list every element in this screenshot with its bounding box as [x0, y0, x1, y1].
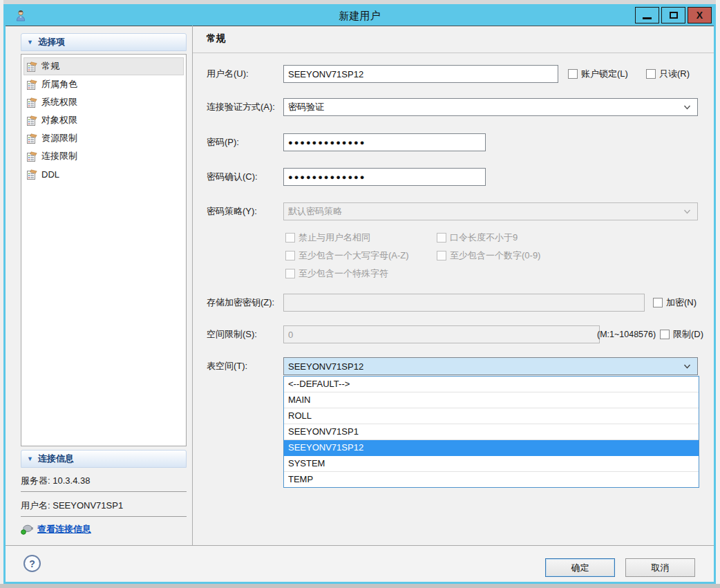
selection-group-header[interactable]: ▼ 选择项	[21, 33, 187, 51]
chevron-down-icon	[683, 209, 691, 214]
divider	[21, 516, 187, 517]
form-page-icon	[27, 169, 37, 180]
password-label: 密码(P):	[207, 133, 239, 151]
divider	[193, 53, 714, 53]
help-button[interactable]: ?	[23, 555, 41, 572]
section-title: 常规	[207, 32, 225, 45]
sidebar: ▼ 选择项 常规 所属角色 系统权限 对象权限 资源限制	[6, 26, 193, 546]
form-page-icon	[27, 151, 37, 162]
checkbox-icon	[285, 269, 295, 278]
close-icon: X	[697, 10, 703, 21]
desktop-background-right	[716, 0, 720, 588]
sidebar-item-label: 常规	[41, 60, 59, 73]
sidebar-item-object-privileges[interactable]: 对象权限	[23, 111, 184, 129]
checkbox-icon	[437, 251, 446, 260]
auth-method-select[interactable]: 密码验证	[283, 98, 698, 116]
sidebar-item-label: 资源限制	[41, 132, 77, 144]
selection-header-label: 选择项	[38, 36, 65, 48]
divider	[21, 491, 187, 492]
maximize-icon	[670, 12, 678, 19]
limit-checkbox[interactable]: 限制(D)	[660, 325, 703, 343]
encrypt-label: 加密(N)	[666, 296, 697, 309]
connection-username-info: 用户名: SEEYONV71SP1	[21, 500, 123, 512]
dropdown-option-default[interactable]: <--DEFAULT-->	[284, 377, 699, 392]
window-controls: X	[635, 7, 712, 23]
space-limit-range-hint: (M:1~1048576)	[597, 325, 656, 343]
sidebar-item-label: DDL	[41, 169, 59, 180]
auth-method-value: 密码验证	[288, 101, 324, 113]
maximize-button[interactable]	[661, 7, 685, 23]
dropdown-option-roll[interactable]: ROLL	[284, 408, 699, 424]
limit-label: 限制(D)	[673, 328, 703, 341]
form-page-icon	[27, 115, 37, 126]
password-policy-select: 默认密码策略	[283, 202, 698, 220]
sidebar-item-ddl[interactable]: DDL	[23, 165, 184, 183]
checkbox-icon	[285, 233, 295, 243]
new-user-dialog: 新建用户 X ▼ 选择项 常规 所属角色	[3, 4, 716, 584]
form-page-icon	[27, 97, 37, 108]
space-limit-label: 空间限制(S):	[207, 325, 257, 343]
sidebar-item-general[interactable]: 常规	[23, 57, 184, 75]
readonly-checkbox[interactable]: 只读(R)	[646, 65, 690, 83]
minimize-button[interactable]	[635, 7, 659, 23]
checkbox-icon	[568, 69, 578, 79]
checkbox-icon	[285, 251, 295, 260]
desktop-background-bottom	[0, 584, 720, 588]
ok-button[interactable]: 确定	[545, 558, 615, 577]
policy-check-label: 至少包含一个大写字母(A-Z)	[299, 249, 409, 262]
dropdown-option-temp[interactable]: TEMP	[284, 472, 699, 487]
close-button[interactable]: X	[688, 7, 712, 23]
dropdown-option-main[interactable]: MAIN	[284, 392, 699, 408]
password-input[interactable]	[283, 133, 486, 151]
dropdown-option-system[interactable]: SYSTEM	[284, 456, 699, 472]
view-connection-row: 查看连接信息	[21, 523, 91, 535]
tablespace-label: 表空间(T):	[207, 357, 247, 375]
readonly-label: 只读(R)	[659, 68, 690, 80]
encryption-key-label: 存储加密密钥(Z):	[207, 294, 274, 312]
password-policy-label: 密码策略(Y):	[207, 202, 257, 220]
policy-special-char-checkbox: 至少包含一个特殊字符	[285, 265, 388, 283]
policy-same-as-username-checkbox: 禁止与用户名相同	[285, 229, 370, 247]
auth-method-label: 连接验证方式(A):	[207, 98, 275, 116]
policy-min-length-checkbox: 口令长度不小于9	[437, 229, 518, 247]
sidebar-item-label: 所属角色	[41, 78, 77, 91]
sidebar-item-connection-limits[interactable]: 连接限制	[23, 147, 184, 165]
selection-item-list: 常规 所属角色 系统权限 对象权限 资源限制 连接限制	[21, 54, 187, 446]
window-title: 新建用户	[6, 10, 714, 23]
cancel-button[interactable]: 取消	[625, 558, 695, 577]
sidebar-item-roles[interactable]: 所属角色	[23, 75, 184, 93]
account-lock-label: 账户锁定(L)	[581, 68, 628, 80]
connection-group-header[interactable]: ▼ 连接信息	[21, 450, 187, 468]
account-lock-checkbox[interactable]: 账户锁定(L)	[568, 65, 628, 83]
dropdown-option-seeyonv71sp12[interactable]: SEEYONV71SP12	[284, 440, 699, 456]
password-confirm-label: 密码确认(C):	[207, 168, 258, 186]
password-policy-value: 默认密码策略	[288, 205, 342, 218]
space-limit-input	[283, 325, 600, 343]
sidebar-item-label: 连接限制	[41, 150, 77, 162]
form-page-icon	[27, 79, 37, 90]
checkbox-icon	[437, 233, 446, 243]
sidebar-item-label: 对象权限	[41, 114, 77, 126]
connection-plug-icon	[21, 524, 33, 535]
sidebar-item-label: 系统权限	[41, 96, 77, 108]
sidebar-item-system-privileges[interactable]: 系统权限	[23, 93, 184, 111]
policy-digit-checkbox: 至少包含一个数字(0-9)	[437, 247, 540, 265]
tablespace-select[interactable]: SEEYONV71SP12	[283, 357, 698, 375]
view-connection-link[interactable]: 查看连接信息	[37, 523, 91, 535]
checkbox-icon	[660, 330, 670, 339]
username-label: 用户名(U):	[207, 65, 249, 83]
connection-header-label: 连接信息	[38, 453, 74, 465]
title-bar[interactable]: 新建用户 X	[6, 6, 714, 26]
dropdown-option-seeyonv71sp1[interactable]: SEEYONV71SP1	[284, 424, 699, 440]
policy-check-label: 口令长度不小于9	[450, 231, 518, 244]
username-input[interactable]	[283, 65, 558, 83]
sidebar-item-resource-limits[interactable]: 资源限制	[23, 129, 184, 147]
policy-check-label: 至少包含一个数字(0-9)	[450, 249, 540, 262]
policy-uppercase-checkbox: 至少包含一个大写字母(A-Z)	[285, 247, 409, 265]
password-confirm-input[interactable]	[283, 168, 486, 186]
dialog-footer: ? 确定 取消	[6, 545, 714, 582]
encrypt-checkbox[interactable]: 加密(N)	[653, 294, 697, 312]
minimize-icon	[643, 17, 652, 19]
general-panel: 常规 用户名(U): 账户锁定(L) 只读(R) 连接验证方式(A): 密码验证…	[193, 26, 714, 546]
collapse-arrow-icon: ▼	[27, 456, 33, 462]
